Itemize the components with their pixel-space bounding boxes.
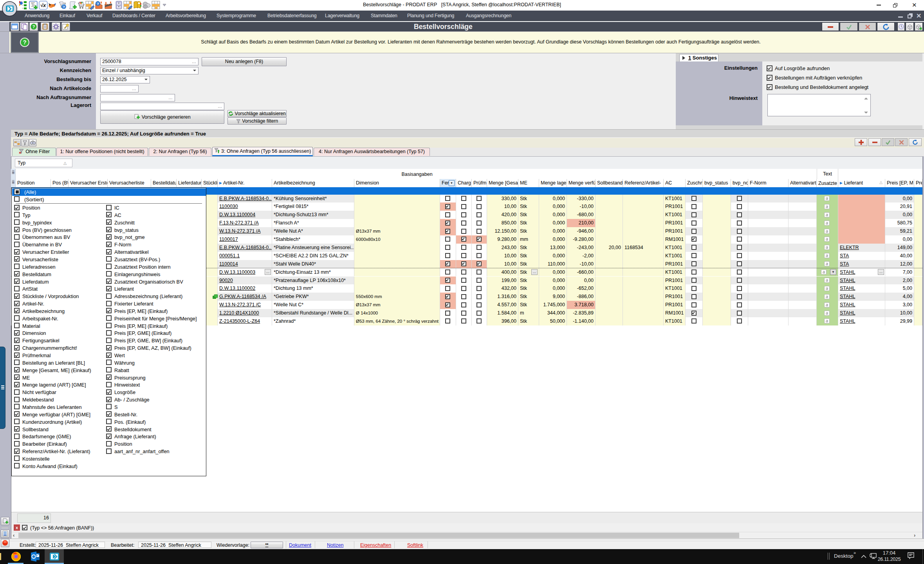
svg-text:?: ? [32, 24, 35, 29]
svg-text:?: ? [63, 5, 65, 9]
svg-text:√x: √x [40, 2, 46, 8]
svg-text:?: ? [23, 39, 26, 45]
svg-text:?: ? [97, 2, 99, 6]
